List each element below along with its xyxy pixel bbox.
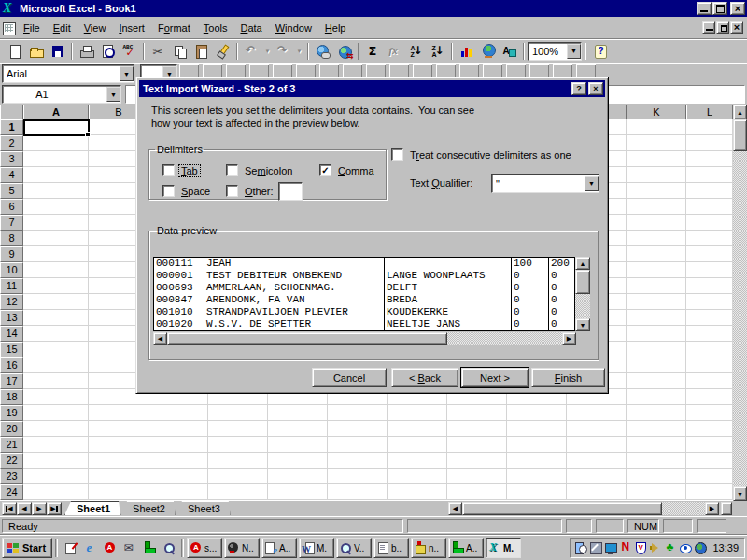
row-header-7[interactable]: 7 <box>0 215 23 231</box>
delimiter-other-checkbox[interactable]: Other: <box>226 185 275 197</box>
cell-l5[interactable] <box>686 183 733 199</box>
cell-d22[interactable] <box>208 453 268 469</box>
finish-button[interactable]: Finish <box>531 368 605 387</box>
cell-l8[interactable] <box>686 231 733 246</box>
cell-e24[interactable] <box>268 484 328 500</box>
window-titlebar[interactable]: Microsoft Excel - Book1 × <box>0 0 747 17</box>
cell-i21[interactable] <box>507 437 567 453</box>
tab-split-handle[interactable] <box>721 502 732 515</box>
cell-k9[interactable] <box>627 246 686 262</box>
row-header-2[interactable]: 2 <box>0 135 23 151</box>
chart-wizard-button[interactable] <box>456 41 477 62</box>
text-qualifier-combo[interactable]: " ▼ <box>491 174 599 193</box>
cell-j21[interactable] <box>567 437 627 453</box>
cell-f21[interactable] <box>328 437 388 453</box>
vertical-scrollbar[interactable]: ▲ ▼ <box>733 105 747 501</box>
cell-j20[interactable] <box>567 421 627 437</box>
workbook-close-button[interactable]: × <box>730 21 743 34</box>
other-delimiter-input[interactable] <box>278 182 303 201</box>
eye-tray-icon[interactable] <box>679 541 692 554</box>
cell-c22[interactable] <box>148 453 208 469</box>
cell-l14[interactable] <box>686 326 733 342</box>
cell-f20[interactable] <box>328 421 388 437</box>
window-close-button[interactable]: × <box>730 2 745 15</box>
quick-launch-red-a[interactable] <box>100 539 120 558</box>
task-button-5-notepad[interactable]: b.. <box>374 538 409 558</box>
cell-d19[interactable] <box>208 405 268 421</box>
volume-tray-icon[interactable] <box>649 541 662 554</box>
task-button-0-red-a[interactable]: s... <box>187 538 222 558</box>
cell-h24[interactable] <box>447 484 507 500</box>
row-header-8[interactable]: 8 <box>0 231 23 246</box>
row-header-14[interactable]: 14 <box>0 326 23 342</box>
cell-l22[interactable] <box>686 453 733 469</box>
cell-i19[interactable] <box>507 405 567 421</box>
shield-tray-icon[interactable] <box>634 541 647 554</box>
redo-button[interactable] <box>273 41 294 62</box>
cell-k13[interactable] <box>627 310 686 326</box>
semicolon-checkbox-box[interactable] <box>226 164 238 176</box>
cell-a23[interactable] <box>23 469 89 484</box>
insert-hyperlink-button[interactable] <box>312 41 333 62</box>
row-header-17[interactable]: 17 <box>0 373 23 389</box>
cell-k22[interactable] <box>627 453 686 469</box>
cell-a5[interactable] <box>23 183 89 199</box>
row-header-23[interactable]: 23 <box>0 469 23 484</box>
cell-l6[interactable] <box>686 199 733 215</box>
cell-k10[interactable] <box>627 262 686 278</box>
cell-l12[interactable] <box>686 294 733 310</box>
cell-a13[interactable] <box>23 310 89 326</box>
cell-k17[interactable] <box>627 373 686 389</box>
cell-k23[interactable] <box>627 469 686 484</box>
cell-i23[interactable] <box>507 469 567 484</box>
cell-c21[interactable] <box>148 437 208 453</box>
cell-l1[interactable] <box>686 119 733 135</box>
quick-launch-quicken[interactable] <box>139 539 159 558</box>
cell-k1[interactable] <box>627 119 686 135</box>
row-header-4[interactable]: 4 <box>0 167 23 183</box>
cell-k4[interactable] <box>627 167 686 183</box>
cell-k15[interactable] <box>627 342 686 357</box>
excel-app-icon[interactable] <box>2 1 17 16</box>
column-header-k[interactable]: K <box>627 105 686 119</box>
cell-i22[interactable] <box>507 453 567 469</box>
paste-function-button[interactable] <box>384 41 405 62</box>
cell-l15[interactable] <box>686 342 733 357</box>
cell-b20[interactable] <box>89 421 148 437</box>
sort-descending-button[interactable] <box>427 41 448 62</box>
cell-g22[interactable] <box>388 453 447 469</box>
cell-l16[interactable] <box>686 357 733 373</box>
window-minimize-button[interactable] <box>697 2 712 15</box>
dialog-help-button[interactable]: ? <box>571 82 586 95</box>
cell-e21[interactable] <box>268 437 328 453</box>
menu-format[interactable]: Format <box>151 20 197 36</box>
print-preview-button[interactable] <box>97 41 119 62</box>
netscape-tray-icon[interactable] <box>619 541 632 554</box>
cell-e20[interactable] <box>268 421 328 437</box>
row-header-16[interactable]: 16 <box>0 357 23 373</box>
cell-a17[interactable] <box>23 373 89 389</box>
scroll-left-button[interactable]: ◀ <box>448 502 462 515</box>
cell-a14[interactable] <box>23 326 89 342</box>
dialog-titlebar[interactable]: Text Import Wizard - Step 2 of 3 ? × <box>139 80 605 97</box>
cell-i20[interactable] <box>507 421 567 437</box>
cell-e19[interactable] <box>268 405 328 421</box>
cell-f22[interactable] <box>328 453 388 469</box>
cell-l21[interactable] <box>686 437 733 453</box>
cell-b21[interactable] <box>89 437 148 453</box>
horizontal-scrollbar[interactable]: ◀ ▶ <box>448 502 732 515</box>
zoom-combo[interactable]: 100%▼ <box>528 42 582 61</box>
scroll-right-button[interactable]: ▶ <box>705 502 719 515</box>
pen-tray-icon[interactable] <box>589 541 602 554</box>
cell-k8[interactable] <box>627 231 686 246</box>
row-header-20[interactable]: 20 <box>0 421 23 437</box>
cell-j22[interactable] <box>567 453 627 469</box>
cell-j19[interactable] <box>567 405 627 421</box>
cell-k12[interactable] <box>627 294 686 310</box>
zoom-dropdown-icon[interactable]: ▼ <box>567 44 581 59</box>
next-sheet-button[interactable]: ▶ <box>32 502 47 515</box>
cell-j23[interactable] <box>567 469 627 484</box>
row-header-5[interactable]: 5 <box>0 183 23 199</box>
preview-vertical-scrollbar[interactable]: ▲ ▼ <box>575 257 590 331</box>
cell-c20[interactable] <box>148 421 208 437</box>
